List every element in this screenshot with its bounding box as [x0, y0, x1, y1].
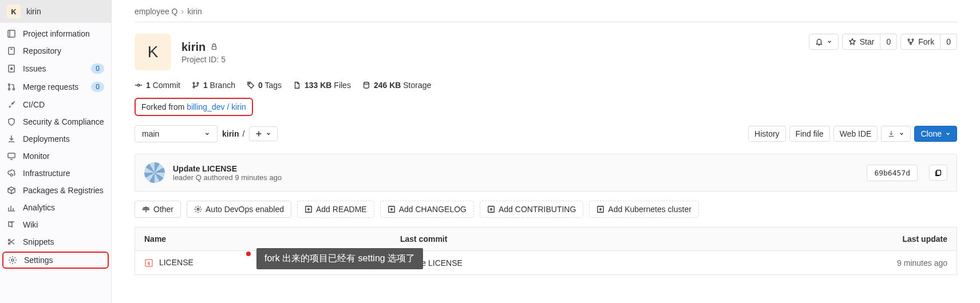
- sidebar-item-monitor[interactable]: Monitor: [0, 147, 111, 165]
- svg-point-25: [910, 43, 912, 45]
- fork-button[interactable]: Fork: [900, 34, 941, 50]
- breadcrumb-project[interactable]: kirin: [187, 7, 202, 16]
- star-icon: [848, 38, 856, 46]
- svg-point-38: [197, 208, 199, 210]
- sidebar-item-deployments[interactable]: Deployments: [0, 130, 111, 147]
- project-stats: 1 Commit 1 Branch 0 Tags 133 KB Files 24…: [135, 81, 957, 90]
- clipboard-icon: [934, 169, 942, 177]
- clone-button[interactable]: Clone: [914, 126, 957, 142]
- sidebar-project-header[interactable]: K kirin: [0, 0, 111, 23]
- stat-tags[interactable]: 0 Tags: [247, 81, 282, 90]
- balance-icon: [142, 205, 150, 213]
- forked-from-notice: Forked from billing_dev / kirin: [135, 98, 253, 116]
- copy-sha-button[interactable]: [929, 165, 947, 181]
- add-to-tree-button[interactable]: [249, 126, 278, 141]
- breadcrumb-owner[interactable]: employee Q: [135, 7, 177, 16]
- fork-count[interactable]: 0: [941, 34, 957, 50]
- lock-icon: [210, 43, 218, 51]
- sidebar-item-cicd[interactable]: CI/CD: [0, 96, 111, 113]
- chip-autodevops[interactable]: Auto DevOps enabled: [187, 201, 291, 218]
- sidebar-item-snippets[interactable]: Snippets: [0, 233, 111, 250]
- sidebar-item-label: Merge requests: [23, 82, 84, 91]
- sidebar-item-label: Infrastructure: [23, 169, 104, 178]
- sidebar-item-settings[interactable]: Settings: [2, 252, 109, 269]
- chevron-down-icon: [204, 131, 210, 137]
- storage-icon: [362, 81, 370, 89]
- main-content: employee Q › kirin K kirin Project ID: 5: [112, 0, 980, 303]
- rocket-icon: [7, 100, 16, 109]
- chip-add-changelog[interactable]: Add CHANGELOG: [380, 201, 474, 218]
- commit-icon: [135, 81, 143, 89]
- sidebar-item-project-information[interactable]: Project information: [0, 25, 111, 42]
- branch-selector[interactable]: main: [135, 125, 218, 142]
- sidebar-item-label: CI/CD: [23, 100, 104, 109]
- bell-icon: [815, 38, 823, 46]
- svg-point-7: [9, 89, 10, 90]
- sidebar-item-security[interactable]: Security & Compliance: [0, 113, 111, 130]
- star-count[interactable]: 0: [880, 34, 897, 50]
- package-icon: [7, 186, 16, 195]
- sidebar-item-label: Analytics: [23, 203, 104, 212]
- svg-point-21: [11, 259, 14, 261]
- stat-files[interactable]: 133 KB Files: [293, 81, 351, 90]
- project-chips: Other Auto DevOps enabled Add README Add…: [135, 201, 957, 218]
- svg-rect-22: [212, 46, 216, 49]
- find-file-button[interactable]: Find file: [789, 126, 830, 142]
- path-project[interactable]: kirin: [222, 129, 239, 138]
- svg-point-31: [197, 82, 199, 84]
- sidebar-item-merge-requests[interactable]: Merge requests 0: [0, 78, 111, 96]
- chip-add-contributing[interactable]: Add CONTRIBUTING: [480, 201, 583, 218]
- commit-meta: leader Q authored 9 minutes ago: [173, 173, 859, 182]
- stat-branches[interactable]: 1 Branch: [192, 81, 235, 90]
- license-file-icon: §: [144, 258, 153, 268]
- svg-text:§: §: [148, 261, 150, 265]
- plus-square-icon: [388, 205, 396, 213]
- file-last-commit[interactable]: Update LICENSE: [391, 251, 696, 275]
- sidebar-item-analytics[interactable]: Analytics: [0, 199, 111, 216]
- chip-other[interactable]: Other: [135, 201, 181, 218]
- book-icon: [7, 220, 16, 229]
- avatar: [144, 162, 165, 183]
- notifications-button[interactable]: [809, 34, 839, 50]
- svg-point-30: [193, 86, 195, 88]
- forked-from-link[interactable]: billing_dev / kirin: [187, 102, 246, 111]
- chip-add-readme[interactable]: Add README: [297, 201, 374, 218]
- sidebar-item-infrastructure[interactable]: Infrastructure: [0, 165, 111, 182]
- svg-point-8: [13, 89, 15, 90]
- mr-count-badge: 0: [91, 82, 104, 92]
- file-icon: [293, 81, 301, 89]
- sidebar-item-packages[interactable]: Packages & Registries: [0, 182, 111, 199]
- chevron-down-icon: [266, 131, 271, 137]
- sidebar-item-label: Wiki: [23, 220, 104, 229]
- project-name-small: kirin: [26, 7, 41, 16]
- project-avatar-small: K: [7, 5, 21, 18]
- web-ide-button[interactable]: Web IDE: [833, 126, 878, 142]
- svg-point-33: [364, 82, 369, 85]
- project-avatar-large: K: [135, 34, 171, 70]
- stat-storage[interactable]: 246 KB Storage: [362, 81, 431, 90]
- tag-icon: [247, 81, 255, 89]
- stat-commits[interactable]: 1 Commit: [135, 81, 180, 90]
- svg-rect-10: [8, 153, 15, 158]
- history-button[interactable]: History: [748, 126, 786, 142]
- star-label: Star: [860, 37, 875, 46]
- sidebar-item-repository[interactable]: Repository: [0, 42, 111, 59]
- svg-point-29: [193, 82, 195, 84]
- download-button[interactable]: stroke-width="1.5">: [881, 126, 911, 142]
- star-button[interactable]: Star: [842, 34, 881, 50]
- col-last-commit: Last commit: [391, 228, 696, 251]
- sidebar-item-label: Project information: [23, 29, 104, 38]
- branch-icon: [192, 81, 200, 89]
- file-last-update: 9 minutes ago: [696, 251, 957, 275]
- sidebar-item-wiki[interactable]: Wiki: [0, 216, 111, 233]
- sidebar: K kirin Project information Repository I…: [0, 0, 112, 303]
- commit-sha[interactable]: 69b6457d: [867, 165, 918, 181]
- chip-add-kubernetes[interactable]: Add Kubernetes cluster: [589, 201, 699, 218]
- fork-icon: [907, 38, 915, 46]
- sidebar-item-label: Settings: [24, 256, 103, 265]
- svg-point-26: [137, 84, 140, 86]
- commit-title[interactable]: Update LICENSE: [173, 164, 859, 173]
- breadcrumb: employee Q › kirin: [135, 7, 957, 16]
- scissors-icon: [7, 237, 16, 246]
- sidebar-item-issues[interactable]: Issues 0: [0, 59, 111, 78]
